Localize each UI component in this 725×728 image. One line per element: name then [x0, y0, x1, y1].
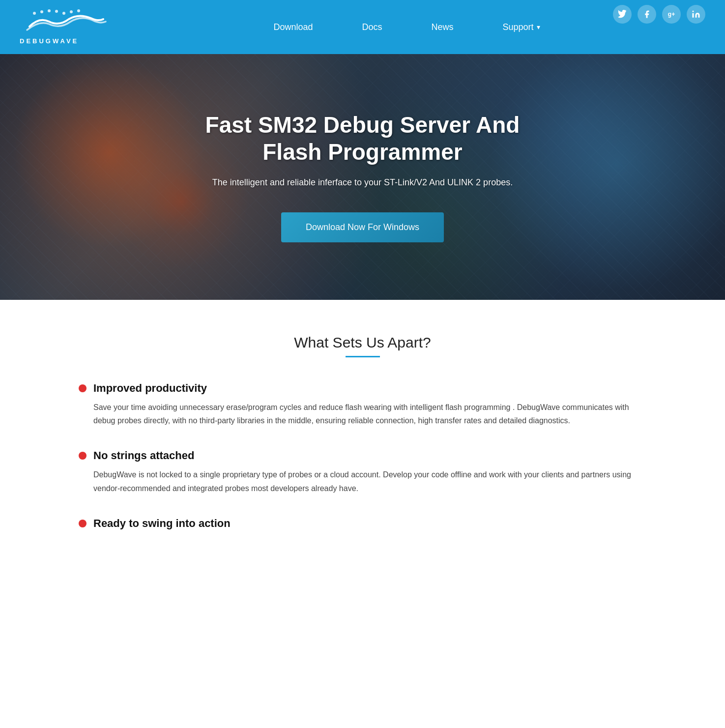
feature-desc-1: Save your time avoiding unnecessary eras… [79, 401, 646, 427]
feature-item-2: No strings attached DebugWave is not loc… [79, 449, 646, 495]
svg-point-4 [55, 10, 58, 13]
svg-point-5 [62, 12, 65, 15]
page-header: g+ DEBUGWAVE Download Docs [0, 0, 725, 54]
social-icons: g+ [613, 5, 705, 24]
logo-text: DEBUGWAVE [20, 37, 79, 45]
hero-content: Fast SM32 Debug Server AndFlash Programm… [186, 112, 540, 242]
svg-point-7 [77, 9, 80, 12]
svg-point-0 [693, 11, 694, 12]
feature-bullet-1 [79, 384, 87, 392]
features-section: What Sets Us Apart? Improved productivit… [0, 300, 725, 577]
feature-title-2: No strings attached [93, 449, 194, 462]
logo-wave-svg [20, 9, 108, 36]
facebook-icon[interactable] [638, 5, 656, 24]
feature-desc-2: DebugWave is not locked to a single prop… [79, 468, 646, 495]
feature-title-3: Ready to swing into action [93, 517, 231, 530]
twitter-icon[interactable] [613, 5, 632, 24]
svg-point-6 [70, 10, 73, 13]
logo[interactable]: DEBUGWAVE [20, 9, 108, 45]
svg-point-2 [40, 10, 43, 13]
feature-header-2: No strings attached [79, 449, 646, 462]
feature-bullet-2 [79, 452, 87, 460]
features-underline [346, 356, 380, 357]
googleplus-icon[interactable]: g+ [662, 5, 681, 24]
hero-title: Fast SM32 Debug Server AndFlash Programm… [205, 112, 520, 166]
chevron-down-icon: ▾ [537, 23, 540, 31]
hero-subtitle: The intelligent and reliable inferface t… [205, 177, 520, 188]
hero-section: Fast SM32 Debug Server AndFlash Programm… [0, 54, 725, 300]
svg-point-3 [48, 9, 51, 12]
nav-news[interactable]: News [407, 22, 478, 32]
feature-header-3: Ready to swing into action [79, 517, 646, 530]
download-cta-button[interactable]: Download Now For Windows [281, 212, 444, 242]
nav-support[interactable]: Support ▾ [478, 22, 565, 32]
feature-bullet-3 [79, 520, 87, 527]
feature-header-1: Improved productivity [79, 382, 646, 395]
feature-item-3: Ready to swing into action [79, 517, 646, 530]
linkedin-icon[interactable] [687, 5, 705, 24]
nav-docs[interactable]: Docs [337, 22, 406, 32]
nav-download[interactable]: Download [249, 22, 337, 32]
feature-title-1: Improved productivity [93, 382, 207, 395]
feature-item-1: Improved productivity Save your time avo… [79, 382, 646, 427]
features-title: What Sets Us Apart? [79, 334, 646, 351]
svg-point-1 [33, 12, 36, 15]
